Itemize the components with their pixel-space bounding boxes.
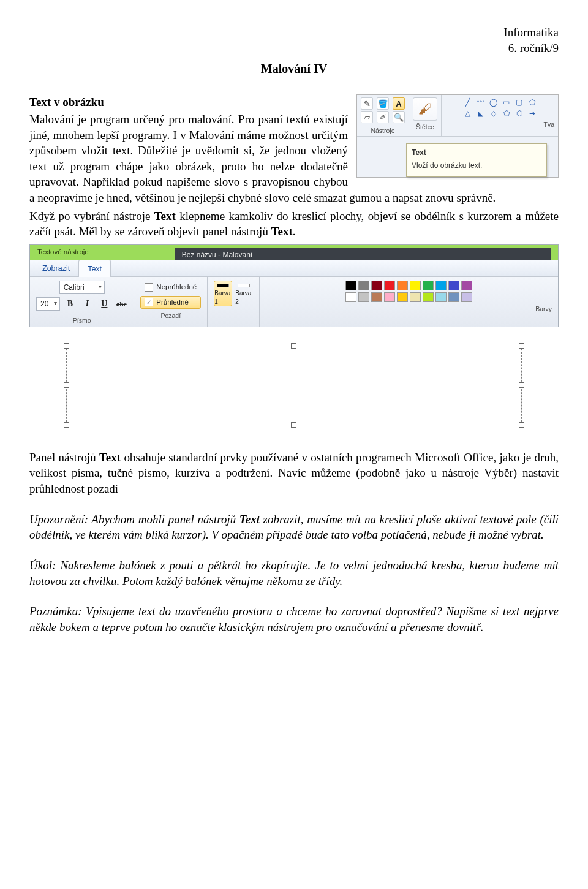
shape-arrowr-icon[interactable]: ➔ [527,108,538,118]
font-size-dropdown[interactable]: 20 [36,297,60,311]
palette-swatch[interactable] [345,292,356,302]
bg-transparent-option[interactable]: ✓ Průhledné [140,296,201,309]
palette-swatch[interactable] [410,281,421,290]
header-subject: Informatika [29,25,559,40]
shapes-gallery[interactable]: ╱〰◯▭▢⬠ △◣◇⬠⬡➔ [462,97,538,118]
group-font: Calibri 20 B I U abc Písmo [30,277,134,327]
palette-swatch[interactable] [397,281,408,290]
task-paragraph: Úkol: Nakresleme balónek z pouti a pětkr… [29,558,559,589]
palette-swatch[interactable] [371,292,382,302]
shape-diamond-icon[interactable]: ◇ [488,108,499,118]
shape-roundrect-icon[interactable]: ▢ [514,97,525,107]
group-label-tools: Nástroje [371,126,394,135]
note-paragraph: Poznámka: Vpisujeme text do uzavřeného p… [29,603,559,635]
text-icon[interactable]: A [393,97,405,110]
group-label-font: Písmo [73,316,91,325]
group-palette: Barvy [260,277,558,327]
resize-handle[interactable] [291,422,296,428]
paragraph-1b: Když po vybrání nástroje Text klepneme k… [29,208,559,240]
tab-view[interactable]: Zobrazit [34,260,78,276]
text-selection-rectangle[interactable] [66,346,522,425]
palette-swatch[interactable] [461,281,472,290]
color1-button[interactable]: Barva 1 [214,281,232,306]
resize-handle[interactable] [291,343,296,349]
italic-button[interactable]: I [81,298,93,309]
resize-handle[interactable] [519,382,524,388]
bold-button[interactable]: B [64,298,76,309]
palette-swatch[interactable] [423,281,434,290]
font-name-dropdown[interactable]: Calibri [59,281,105,294]
color-palette[interactable] [345,281,472,302]
shape-tri-icon[interactable]: △ [462,108,473,118]
window-title: Bez názvu - Malování [175,248,551,260]
palette-swatch[interactable] [448,292,459,302]
bg-opaque-option[interactable]: Neprůhledné [140,281,201,294]
palette-swatch[interactable] [435,281,447,290]
group-active-colors: Barva 1 Barva 2 [208,277,260,327]
palette-swatch[interactable] [397,292,408,302]
context-tab-label: Textové nástroje [37,248,89,260]
header-grade: 6. ročník/9 [29,40,559,56]
palette-swatch[interactable] [448,281,459,290]
checkbox-icon [145,283,153,292]
zoom-icon[interactable]: 🔍 [393,111,405,123]
palette-swatch[interactable] [435,292,447,302]
color2-button[interactable]: Barva 2 [235,281,253,306]
color1-swatch [217,284,229,287]
tooltip-body: Vloží do obrázku text. [412,161,541,170]
text-tool-tooltip: Text Vloží do obrázku text. [406,143,547,176]
resize-handle[interactable] [519,422,524,428]
shape-pent-icon[interactable]: ⬠ [501,108,512,118]
color2-swatch [238,284,250,287]
shape-curve-icon[interactable]: 〰 [475,97,486,107]
shape-line-icon[interactable]: ╱ [462,97,473,107]
resize-handle[interactable] [519,343,524,349]
palette-swatch[interactable] [358,281,369,290]
text-ribbon: Textové nástroje Bez názvu - Malování Zo… [29,244,559,327]
page-title: Malování IV [29,61,559,77]
palette-swatch[interactable] [423,292,434,302]
group-background: Neprůhledné ✓ Průhledné Pozadí [134,277,208,327]
palette-swatch[interactable] [384,292,395,302]
strike-button[interactable]: abc [115,298,127,309]
fill-icon[interactable]: 🪣 [377,97,389,110]
tools-ribbon-snippet: ✎ 🪣 A ▱ ✐ 🔍 Nástroje 🖌 Štětce ╱〰◯▭▢⬠ △◣◇… [356,94,559,178]
eraser-icon[interactable]: ▱ [361,111,373,123]
brushes-button[interactable]: 🖌 [413,97,437,121]
shape-rtri-icon[interactable]: ◣ [475,108,486,118]
checkbox-icon: ✓ [145,298,153,306]
resize-handle[interactable] [64,422,69,428]
resize-handle[interactable] [64,382,69,388]
group-label-bg: Pozadí [160,311,181,320]
shape-rect-icon[interactable]: ▭ [501,97,512,107]
pencil-icon[interactable]: ✎ [361,97,373,110]
warning-paragraph: Upozornění: Abychom mohli panel nástrojů… [29,512,559,543]
palette-swatch[interactable] [345,281,356,290]
brushes-label: Štětce [416,123,434,131]
tab-text[interactable]: Text [78,260,111,277]
group-label-shapes: Tva [543,120,554,129]
paragraph-2: Panel nástrojů Text obsahuje standardní … [29,450,559,497]
palette-swatch[interactable] [358,292,369,302]
palette-swatch[interactable] [461,292,472,302]
shape-hex-icon[interactable]: ⬡ [514,108,525,118]
tooltip-title: Text [412,148,541,157]
underline-button[interactable]: U [98,298,110,309]
shape-oval-icon[interactable]: ◯ [488,97,499,107]
shape-poly-icon[interactable]: ⬠ [527,97,538,107]
palette-swatch[interactable] [371,281,382,290]
palette-swatch[interactable] [410,292,421,302]
group-label-colors: Barvy [535,305,552,313]
resize-handle[interactable] [64,343,69,349]
picker-icon[interactable]: ✐ [377,111,389,123]
palette-swatch[interactable] [384,281,395,290]
